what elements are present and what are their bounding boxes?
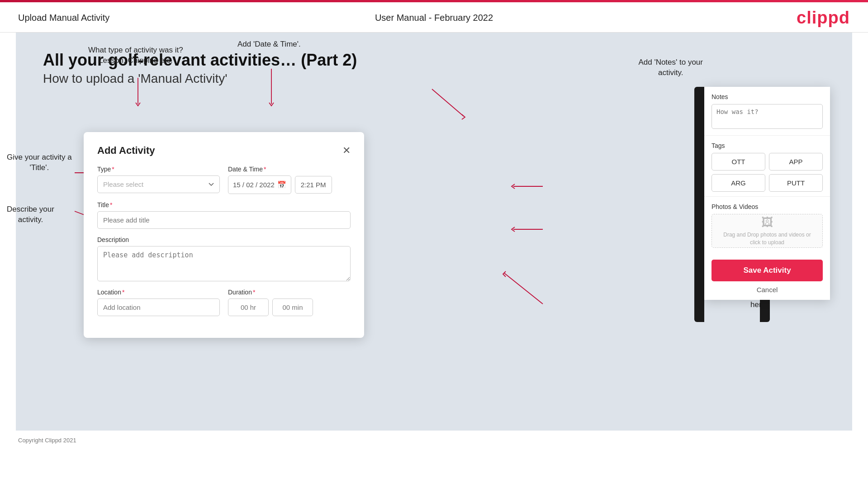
svg-line-6	[432, 89, 464, 116]
close-button[interactable]: ✕	[342, 146, 351, 156]
desc-input[interactable]	[97, 246, 351, 281]
annot-describe: Describe your activity.	[7, 204, 54, 225]
center-title: User Manual - February 2022	[375, 13, 493, 23]
tags-grid: OTT APP ARG PUTT	[711, 153, 823, 192]
upload-icon: 🖼	[761, 215, 773, 229]
tags-section: Tags OTT APP ARG PUTT	[704, 136, 830, 196]
main-subtitle: How to upload a 'Manual Activity'	[43, 71, 825, 86]
notes-section: Notes	[704, 87, 830, 135]
upload-text: Drag and Drop photos and videos or click…	[723, 231, 811, 246]
date-time-inputs: 15 / 02 / 2022 📅 2:21 PM	[228, 175, 351, 194]
top-accent-line	[0, 0, 868, 2]
annot-date-time: Add 'Date & Time'.	[237, 39, 301, 50]
logo: clippd	[797, 8, 850, 28]
phone-panel: Notes Tags OTT APP ARG PUTT Photos & Vid…	[704, 87, 830, 300]
type-datetime-row: Type* Please select Date & Time* 15 / 02…	[97, 166, 351, 194]
tag-ott[interactable]: OTT	[711, 153, 765, 171]
dialog-header: Add Activity ✕	[97, 145, 351, 156]
duration-hr-input[interactable]	[228, 298, 269, 316]
time-input[interactable]: 2:21 PM	[295, 176, 332, 194]
page-title: Upload Manual Activity	[18, 13, 109, 23]
title-label: Title*	[97, 201, 351, 208]
main-content: All your golf-relevant activities… (Part…	[16, 33, 852, 431]
cancel-link[interactable]: Cancel	[711, 281, 823, 300]
title-group: Title*	[97, 201, 351, 229]
title-input[interactable]	[97, 211, 351, 229]
location-duration-row: Location* Duration*	[97, 289, 351, 316]
save-activity-button[interactable]: Save Activity	[711, 260, 823, 281]
annot-give-title: Give your activity a 'Title'.	[7, 152, 72, 173]
calendar-icon: 📅	[277, 180, 286, 189]
duration-label: Duration*	[228, 289, 351, 296]
tag-putt[interactable]: PUTT	[769, 174, 823, 192]
top-bar: Upload Manual Activity User Manual - Feb…	[0, 0, 868, 33]
photos-section: Photos & Videos 🖼 Drag and Drop photos a…	[704, 197, 830, 252]
tags-label: Tags	[711, 142, 823, 149]
add-activity-dialog: Add Activity ✕ Type* Please select Date …	[84, 132, 364, 338]
notes-input[interactable]	[711, 104, 823, 129]
tag-app[interactable]: APP	[769, 153, 823, 171]
photo-upload-area[interactable]: 🖼 Drag and Drop photos and videos or cli…	[711, 214, 823, 248]
type-label: Type*	[97, 166, 220, 173]
svg-line-7	[504, 273, 543, 304]
duration-min-input[interactable]	[272, 298, 313, 316]
location-group: Location*	[97, 289, 220, 316]
location-label: Location*	[97, 289, 220, 296]
main-title: All your golf-relevant activities… (Part…	[43, 51, 825, 70]
dialog-title: Add Activity	[97, 145, 155, 156]
phone-left-bar	[694, 87, 704, 322]
desc-label: Description	[97, 236, 351, 243]
photos-label: Photos & Videos	[711, 203, 823, 210]
datetime-group: Date & Time* 15 / 02 / 2022 📅 2:21 PM	[228, 166, 351, 194]
tag-arg[interactable]: ARG	[711, 174, 765, 192]
description-group: Description	[97, 236, 351, 281]
copyright: Copyright Clippd 2021	[0, 431, 868, 450]
notes-label: Notes	[711, 93, 823, 100]
type-group: Type* Please select	[97, 166, 220, 194]
location-input[interactable]	[97, 298, 220, 316]
datetime-label: Date & Time*	[228, 166, 351, 173]
type-select[interactable]: Please select	[97, 175, 220, 193]
duration-inputs	[228, 298, 351, 316]
save-section: Save Activity Cancel	[704, 252, 830, 300]
duration-group: Duration*	[228, 289, 351, 316]
date-input[interactable]: 15 / 02 / 2022 📅	[228, 175, 291, 194]
